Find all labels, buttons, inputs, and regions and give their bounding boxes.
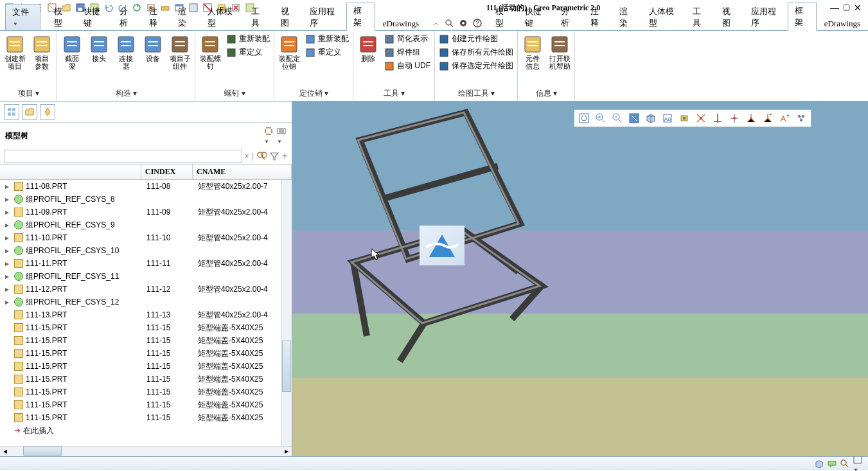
ribbon-button[interactable]: 删除 [356, 33, 380, 62]
tree-body[interactable]: ▸111-08.PRT111-08矩型管40x25x2.00-7▸组PROFIL… [0, 180, 292, 446]
view-mgr-icon[interactable] [676, 111, 693, 125]
ribbon-small-button[interactable]: 保存所有元件绘图 [438, 46, 515, 58]
tree-tab-3[interactable] [40, 104, 55, 120]
tab-item[interactable]: 人体模型 [200, 3, 244, 31]
ribbon-small-button[interactable]: 创建元件绘图 [438, 33, 515, 45]
ribbon-small-button[interactable]: 简化表示 [383, 33, 432, 45]
tab-item[interactable]: 分析 [112, 3, 141, 31]
tree-row[interactable]: 111-15.PRT111-15矩型端盖-5X40X25 [0, 347, 292, 360]
tab-item[interactable]: 框架 [346, 3, 375, 31]
ribbon-button[interactable]: 连接器 [114, 33, 138, 70]
zoom-out-icon[interactable] [609, 111, 626, 125]
ribbon-button[interactable]: 设备 [141, 33, 165, 62]
ribbon-small-button[interactable]: 重定义 [304, 46, 350, 58]
col-cname[interactable]: CNAME [193, 164, 292, 179]
ribbon-button[interactable]: 创建新项目 [3, 33, 27, 70]
repaint-icon[interactable] [626, 111, 642, 125]
maximize-icon[interactable]: ▢ [843, 3, 850, 13]
tree-row[interactable]: 111-15.PRT111-15矩型端盖-5X40X25 [0, 321, 292, 334]
tree-insert-here[interactable]: ➔在此插入 [0, 424, 292, 437]
tree-row[interactable]: ▸111-10.PRT111-10矩型管40x25x2.00-4 [0, 231, 292, 244]
tree-find-icon[interactable] [256, 151, 267, 161]
tree-row[interactable]: 111-15.PRT111-15矩型端盖-5X40X25 [0, 411, 292, 424]
ribbon-button[interactable]: 打开联机帮助 [547, 33, 572, 70]
col-name[interactable] [0, 164, 141, 179]
tree-settings-icon[interactable]: ▼ [263, 126, 274, 145]
refit-icon[interactable] [576, 111, 592, 125]
tab-模型[interactable]: 模型 [488, 3, 517, 31]
ribbon-group-label[interactable]: 工具 ▾ [356, 87, 432, 101]
ribbon-group-label[interactable]: 定位销 ▾ [277, 87, 350, 101]
tree-tab-1[interactable] [4, 104, 19, 120]
tree-show-icon[interactable]: ▼ [276, 126, 287, 145]
minimize-icon[interactable]: — [830, 3, 839, 13]
tree-row[interactable]: 111-15.PRT111-15矩型端盖-5X40X25 [0, 373, 292, 386]
annot-display-icon[interactable] [776, 111, 793, 125]
ribbon-group-label[interactable]: 信息 ▾ [520, 87, 572, 101]
tree-row[interactable]: 111-15.PRT111-15矩型端盖-5X40X25 [0, 334, 292, 347]
tab-渲染[interactable]: 渲染 [612, 3, 641, 31]
ribbon-group-label[interactable]: 项目 ▾ [3, 87, 54, 101]
tree-search-clear-icon[interactable]: × [245, 152, 249, 161]
tab-人体模型[interactable]: 人体模型 [642, 3, 685, 31]
tree-row[interactable]: ▸111-12.PRT111-12矩型管40x25x2.00-4 [0, 283, 292, 296]
tab-框架[interactable]: 框架 [788, 3, 817, 31]
ribbon-button[interactable]: 装配定位销 [277, 33, 301, 70]
target-icon[interactable] [459, 19, 468, 28]
ribbon-button[interactable]: 项目子组件 [168, 33, 192, 70]
ribbon-group-label[interactable]: 螺钉 ▾ [198, 87, 271, 101]
ribbon-group-label[interactable]: 绘图工具 ▾ [438, 87, 515, 101]
spin-center-icon[interactable] [793, 111, 810, 125]
tree-row[interactable]: ▸111-11.PRT111-11矩型管40x25x2.00-4 [0, 257, 292, 270]
3d-viewport[interactable]: AB [292, 102, 868, 456]
datum-points-icon[interactable] [726, 111, 743, 125]
ribbon-button[interactable]: 项目参数 [30, 33, 54, 70]
datum-planes-icon[interactable] [693, 111, 709, 125]
search-icon[interactable] [445, 19, 454, 28]
close-icon[interactable]: ✕ [854, 3, 862, 13]
tree-search-input[interactable] [4, 150, 242, 163]
tree-vscroll[interactable] [281, 180, 292, 446]
ribbon-button[interactable]: 接头 [87, 33, 111, 62]
tab-item[interactable]: 模型 [47, 3, 76, 31]
tree-hscroll[interactable]: ◂ ▸ [0, 446, 292, 456]
datum-axes-icon[interactable] [709, 111, 726, 125]
ribbon-small-button[interactable]: 重新装配 [304, 33, 350, 45]
tab-item[interactable]: 应用程序 [303, 3, 346, 31]
ribbon-button[interactable]: 装配螺钉 [198, 33, 222, 70]
help-icon[interactable]: ? [473, 19, 482, 28]
tree-row[interactable]: 111-15.PRT111-15矩型端盖-5X40X25 [0, 398, 292, 411]
tab-item[interactable]: 渲染 [171, 3, 200, 31]
view-saved-icon[interactable]: AB [659, 111, 676, 125]
tab-快捷键[interactable]: 快捷键 [518, 3, 554, 31]
zoom-in-icon[interactable] [592, 111, 609, 125]
tab-工具[interactable]: 工具 [686, 3, 714, 31]
tab-item[interactable]: 注释 [142, 3, 171, 31]
tree-row[interactable]: 111-15.PRT111-15矩型端盖-5X40X25 [0, 360, 292, 373]
status-msg-icon[interactable] [827, 459, 837, 469]
tab-file[interactable]: 文件 ▼ [5, 4, 40, 31]
ribbon-small-button[interactable]: 重定义 [225, 46, 271, 58]
tree-tab-2[interactable] [22, 104, 37, 120]
tab-item[interactable]: 工具 [244, 3, 273, 31]
tree-row[interactable]: ▸组PROFIL_REF_CSYS_12 [0, 296, 292, 308]
ribbon-small-button[interactable]: 保存选定元件绘图 [438, 60, 515, 72]
tree-row[interactable]: 111-15.PRT111-15矩型端盖-5X40X25 [0, 386, 292, 398]
tab-视图[interactable]: 视图 [715, 3, 744, 31]
ribbon-small-button[interactable]: 自动 UDF [383, 60, 432, 72]
tab-注释[interactable]: 注释 [583, 3, 612, 31]
tree-row[interactable]: 111-13.PRT111-13矩型管40x25x2.00-4 [0, 308, 292, 321]
tree-row[interactable]: ▸111-09.PRT111-09矩型管40x25x2.00-4 [0, 206, 292, 218]
ribbon-group-label[interactable]: 构造 ▾ [60, 87, 192, 101]
ribbon-button[interactable]: 元件信息 [520, 33, 545, 70]
tab-应用程序[interactable]: 应用程序 [744, 3, 787, 31]
tab-item[interactable]: 快捷键 [76, 3, 112, 31]
tab-item[interactable]: eDrawings [376, 16, 426, 31]
tab-分析[interactable]: 分析 [554, 3, 583, 31]
tree-row[interactable]: ▸111-08.PRT111-08矩型管40x25x2.00-7 [0, 180, 292, 193]
status-cube-icon[interactable] [814, 459, 824, 469]
tree-row[interactable]: ▸组PROFIL_REF_CSYS_9 [0, 218, 292, 231]
tab-eDrawings[interactable]: eDrawings [817, 16, 867, 31]
tree-filter-icon[interactable] [269, 151, 279, 161]
tab-item[interactable]: 视图 [274, 3, 303, 31]
